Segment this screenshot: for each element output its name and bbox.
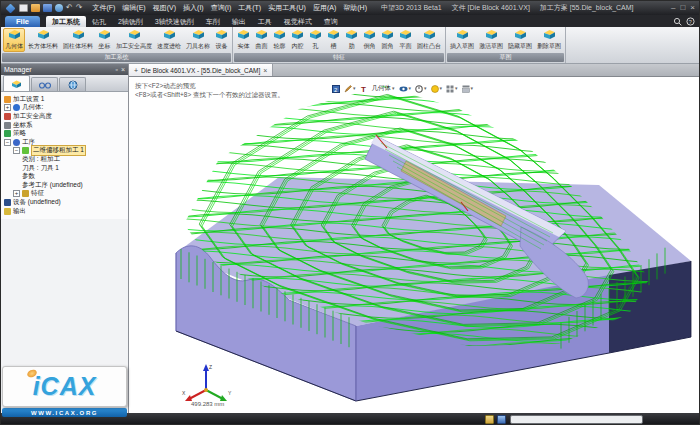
geometry-mode-dropdown[interactable]: 几何体▾ [372,84,395,93]
tree-item-3[interactable]: 坐标系 [1,121,128,130]
ribbon-button-0-3[interactable]: 坐标 [96,28,113,52]
file-tab[interactable]: File [5,16,40,27]
tab-close-icon[interactable]: × [263,67,267,74]
ribbon-button-1-2[interactable]: 轮廓 [271,28,288,52]
tree-item-13[interactable]: 输出 [1,207,128,216]
ribbon-tab-5[interactable]: 输出 [226,16,252,27]
ribbon-button-0-6[interactable]: 刀具名称 [184,28,212,52]
vt-glyph [415,79,423,97]
grid-icon[interactable]: ▾ [446,79,458,97]
ribbon-group-label-1: 特征 [234,53,444,62]
menu-item-7[interactable]: 应用(A) [310,2,339,14]
history-icon[interactable]: ▾ [415,79,427,97]
shade-icon[interactable]: ▾ [431,79,443,97]
undo-icon[interactable]: ↶ [66,4,73,12]
menu-item-1[interactable]: 编辑(E) [119,2,148,14]
ribbon-button-2-0[interactable]: 插入草图 [448,28,476,52]
pencil-icon[interactable]: ▾ [344,79,356,97]
eye-icon[interactable]: ▾ [399,79,412,97]
ribbon-button-1-3[interactable]: 内腔 [289,28,306,52]
ribbon-button-0-7[interactable]: 设备 [213,28,230,52]
minimize-button[interactable]: – [671,4,675,12]
close-button[interactable]: × [690,4,695,12]
save-icon[interactable] [43,4,52,12]
tree-item-11[interactable]: +特征 [1,190,128,199]
ribbon-button-0-2[interactable]: 圆柱体坯料 [61,28,95,52]
tree-expander-icon[interactable]: − [13,147,20,154]
float-panel-icon[interactable]: ▫ [115,66,117,73]
app-logo-icon [6,3,16,13]
tree-item-10[interactable]: 参考工序 (undefined) [1,181,128,190]
help-icon[interactable]: ? [686,17,695,26]
ribbon-button-1-6[interactable]: 肋 [343,28,360,52]
menu-item-4[interactable]: 查询(I) [208,2,235,14]
ribbon-button-label: 加工安全高度 [116,42,152,51]
menu-item-2[interactable]: 视图(V) [150,2,179,14]
ribbon-button-1-10[interactable]: 圆柱凸台 [415,28,443,52]
ribbon-button-1-9[interactable]: 平面 [397,28,414,52]
tree-item-7[interactable]: 类别 : 粗加工 [1,155,128,164]
tree-item-4[interactable]: 策略 [1,129,128,138]
tree-item-6[interactable]: −二维偏移粗加工 1 [1,147,128,156]
chevron-down-icon: ▾ [353,85,356,91]
prompt-icon[interactable] [485,415,494,424]
ribbon-tab-1[interactable]: 钻孔 [86,16,112,27]
redo-icon[interactable]: ↷ [76,4,83,12]
ribbon-button-1-5[interactable]: 槽 [325,28,342,52]
tree-item-8[interactable]: 刀具 : 刀具 1 [1,164,128,173]
ribbon-button-0-5[interactable]: 速度进给 [155,28,183,52]
windows-icon[interactable]: ▾ [462,79,474,97]
ribbon-button-2-1[interactable]: 激活草图 [477,28,505,52]
ribbon-button-2-3[interactable]: 删除草图 [535,28,563,52]
menu-item-0[interactable]: 文件(F) [89,2,118,14]
tool-cube-icon [163,29,176,41]
ribbon-tab-7[interactable]: 视觉样式 [278,16,318,27]
close-panel-icon[interactable]: × [121,66,125,73]
ribbon-button-0-4[interactable]: 加工安全高度 [114,28,154,52]
tree-item-0[interactable]: 加工设置 1 [1,95,128,104]
manager-tab-cam[interactable] [3,75,30,91]
ribbon-tab-8[interactable]: 查询 [318,16,344,27]
pick-filter-icon[interactable]: 2 [332,79,340,97]
tree-item-12[interactable]: 设备 (undefined) [1,198,128,207]
app-title: 中望3D 2013 Beta1 [381,4,442,11]
ribbon-button-0-1[interactable]: 长方体坯料 [26,28,60,52]
manager-tab-browser[interactable] [59,77,86,91]
ribbon-button-1-4[interactable]: 孔 [307,28,324,52]
doc-title: 文件 [Die Block 4601.VX] [452,4,530,11]
ribbon-group-label-0: 加工系统 [2,53,231,62]
text-icon[interactable]: T [360,79,368,97]
ribbon-button-2-2[interactable]: 隐藏草图 [506,28,534,52]
menu-item-8[interactable]: 帮助(H) [340,2,370,14]
ribbon-tab-0[interactable]: 加工系统 [46,16,86,27]
tree-node-icon-output [4,208,11,215]
tree-item-9[interactable]: 参数 [1,172,128,181]
menu-item-3[interactable]: 插入(I) [180,2,207,14]
tree-expander-icon[interactable]: + [4,104,11,111]
session-icon[interactable] [55,4,63,12]
manager-tab-visualize[interactable] [31,77,58,91]
menu-item-5[interactable]: 工具(T) [235,2,264,14]
open-folder-icon[interactable] [31,4,40,12]
ribbon-tab-2[interactable]: 2轴铣削 [112,16,149,27]
menu-item-6[interactable]: 实用工具(U) [265,2,309,14]
tree-expander-icon[interactable]: − [4,139,11,146]
document-tab[interactable]: + Die Block 4601.VX - [55.Die_block_CAM]… [129,64,273,76]
tree-item-1[interactable]: +几何体: [1,104,128,113]
ribbon-tab-6[interactable]: 工具 [252,16,278,27]
ribbon-button-0-0[interactable]: 几何体 [3,28,25,52]
ribbon-tab-3[interactable]: 3轴快速铣削 [149,16,200,27]
tree-item-2[interactable]: 加工安全高度 [1,112,128,121]
tree-expander-icon[interactable]: + [13,190,20,197]
ribbon-button-1-8[interactable]: 圆角 [379,28,396,52]
command-input[interactable] [510,415,643,424]
input-mode-icon[interactable] [497,415,506,424]
ribbon-button-1-7[interactable]: 倒角 [361,28,378,52]
ribbon-button-1-1[interactable]: 曲面 [253,28,270,52]
ribbon-button-1-0[interactable]: 实体 [235,28,252,52]
ribbon-tab-4[interactable]: 车削 [200,16,226,27]
search-icon[interactable] [673,17,682,26]
restore-button[interactable]: □ [680,4,685,12]
ribbon-button-label: 长方体坯料 [28,42,58,51]
new-file-icon[interactable] [19,4,28,12]
